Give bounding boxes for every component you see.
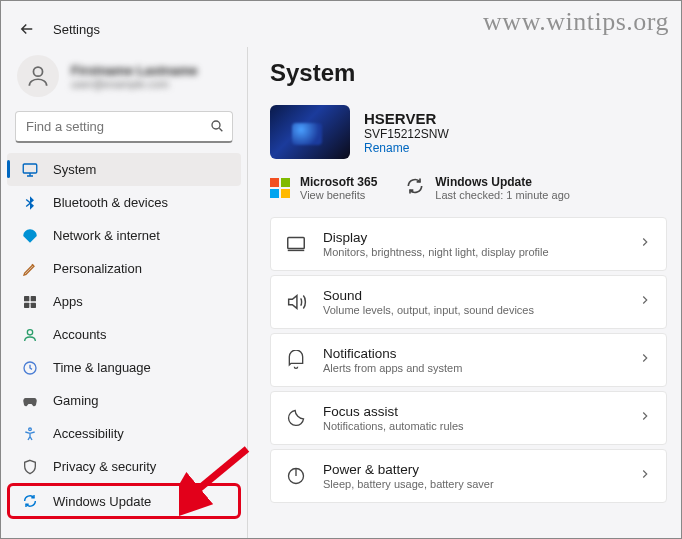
avatar [17,55,59,97]
system-icon [21,161,39,179]
card-sub: Alerts from apps and system [323,362,622,374]
sidebar-item-windows-update[interactable]: Windows Update [7,483,241,519]
sound-icon [285,291,307,313]
status-windows-update[interactable]: Windows Update Last checked: 1 minute ag… [405,175,570,201]
sidebar-item-label: Accounts [53,327,106,342]
card-title: Display [323,230,622,245]
sidebar-item-label: Time & language [53,360,151,375]
device-thumbnail [270,105,350,159]
focus-icon [285,407,307,429]
sidebar-item-label: Apps [53,294,83,309]
svg-point-0 [33,67,42,76]
card-focus-assist[interactable]: Focus assist Notifications, automatic ru… [270,391,667,445]
gaming-icon [21,392,39,410]
status-row: Microsoft 365 View benefits Windows Upda… [270,175,667,201]
sidebar-item-apps[interactable]: Apps [7,285,241,318]
svg-rect-5 [24,302,29,307]
notifications-icon [285,349,307,371]
svg-rect-6 [31,302,36,307]
sidebar-item-accessibility[interactable]: Accessibility [7,417,241,450]
network-icon [21,227,39,245]
settings-cards: Display Monitors, brightness, night ligh… [270,217,667,523]
accessibility-icon [21,425,39,443]
card-sound[interactable]: Sound Volume levels, output, input, soun… [270,275,667,329]
card-sub: Monitors, brightness, night light, displ… [323,246,622,258]
sidebar-item-bluetooth[interactable]: Bluetooth & devices [7,186,241,219]
sidebar-item-personalization[interactable]: Personalization [7,252,241,285]
sidebar-item-label: Personalization [53,261,142,276]
sidebar-item-network[interactable]: Network & internet [7,219,241,252]
bluetooth-icon [21,194,39,212]
card-title: Sound [323,288,622,303]
accounts-icon [21,326,39,344]
user-block[interactable]: Firstname Lastname user@example.com [7,47,241,111]
card-power-battery[interactable]: Power & battery Sleep, battery usage, ba… [270,449,667,503]
microsoft-logo-icon [270,178,290,198]
card-notifications[interactable]: Notifications Alerts from apps and syste… [270,333,667,387]
header-title: Settings [53,22,100,37]
status-title: Microsoft 365 [300,175,377,189]
sidebar-item-label: Windows Update [53,494,151,509]
sidebar-item-label: Gaming [53,393,99,408]
page-title: System [270,59,667,87]
device-row: HSERVER SVF15212SNW Rename [270,105,667,159]
status-ms365[interactable]: Microsoft 365 View benefits [270,175,377,201]
card-display[interactable]: Display Monitors, brightness, night ligh… [270,217,667,271]
back-button[interactable] [15,17,39,41]
time-icon [21,359,39,377]
svg-rect-2 [23,164,37,173]
card-sub: Sleep, battery usage, battery saver [323,478,622,490]
user-icon [25,63,51,89]
sidebar-item-accounts[interactable]: Accounts [7,318,241,351]
card-title: Focus assist [323,404,622,419]
svg-point-1 [212,121,220,129]
svg-point-7 [27,329,32,334]
chevron-right-icon [638,351,652,369]
display-icon [285,233,307,255]
card-sub: Volume levels, output, input, sound devi… [323,304,622,316]
nav: System Bluetooth & devices Network & int… [7,153,241,519]
chevron-right-icon [638,409,652,427]
update-icon [21,492,39,510]
update-status-icon [405,176,425,200]
sidebar-item-gaming[interactable]: Gaming [7,384,241,417]
power-icon [285,465,307,487]
card-sub: Notifications, automatic rules [323,420,622,432]
sidebar-item-time[interactable]: Time & language [7,351,241,384]
status-sub: View benefits [300,189,377,201]
svg-rect-4 [31,296,36,301]
header: Settings [1,1,681,47]
sidebar-item-privacy[interactable]: Privacy & security [7,450,241,483]
chevron-right-icon [638,235,652,253]
svg-rect-3 [24,296,29,301]
sidebar-item-label: Privacy & security [53,459,156,474]
main-content: System HSERVER SVF15212SNW Rename Micros… [247,47,681,538]
sidebar-item-label: Bluetooth & devices [53,195,168,210]
card-title: Power & battery [323,462,622,477]
svg-rect-10 [288,238,305,249]
device-model: SVF15212SNW [364,127,449,141]
user-name: Firstname Lastname [71,63,197,78]
card-title: Notifications [323,346,622,361]
personalization-icon [21,260,39,278]
chevron-right-icon [638,293,652,311]
privacy-icon [21,458,39,476]
search-icon [209,118,225,138]
device-rename-link[interactable]: Rename [364,141,449,155]
sidebar-item-label: Network & internet [53,228,160,243]
sidebar-item-system[interactable]: System [7,153,241,186]
search-wrap [15,111,233,143]
sidebar-item-label: Accessibility [53,426,124,441]
status-sub: Last checked: 1 minute ago [435,189,570,201]
apps-icon [21,293,39,311]
sidebar-item-label: System [53,162,96,177]
search-input[interactable] [15,111,233,143]
chevron-right-icon [638,467,652,485]
sidebar: Firstname Lastname user@example.com Syst… [1,47,247,538]
svg-point-9 [29,428,32,431]
arrow-left-icon [18,20,36,38]
status-title: Windows Update [435,175,570,189]
user-email: user@example.com [71,78,197,90]
device-name: HSERVER [364,110,449,127]
